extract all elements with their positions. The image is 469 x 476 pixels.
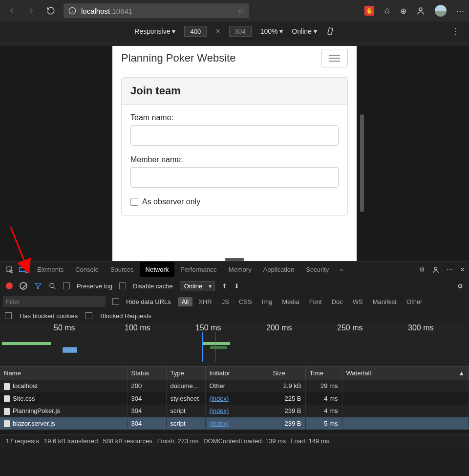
hamburger-button[interactable]	[321, 49, 348, 67]
rotate-icon[interactable]	[326, 27, 335, 36]
preserve-log-checkbox[interactable]	[63, 282, 70, 289]
table-row[interactable]: Site.css304stylesheet(index)225 B4 ms	[0, 392, 469, 405]
disable-cache-checkbox[interactable]	[119, 282, 126, 289]
status-dcl: DOMContentLoaded: 139 ms	[203, 437, 286, 445]
zoom-select[interactable]: 100% ▾	[260, 27, 283, 35]
table-row[interactable]: localhost200docume…Other2.9 kB29 ms	[0, 380, 469, 392]
browser-toolbar: localhost:10641 ☆ ✋ ✩ ⊕ ⋯	[0, 0, 469, 22]
svg-rect-4	[327, 28, 333, 35]
filter-media[interactable]: Media	[278, 297, 303, 306]
resize-handle[interactable]	[225, 258, 244, 261]
filter-ws[interactable]: WS	[349, 297, 367, 306]
more-tabs-icon[interactable]: »	[337, 266, 346, 273]
device-toolbar: Responsive ▾ × 100% ▾ Online ▾ ⋮	[0, 22, 469, 41]
filter-manifest[interactable]: Manifest	[369, 297, 401, 306]
col-type[interactable]: Type	[166, 367, 205, 380]
app-title: Planning Poker Website	[121, 52, 235, 65]
favorite-icon[interactable]: ☆	[237, 6, 244, 16]
tick-label: 50 ms	[54, 324, 75, 332]
devtools-tabs: ElementsConsoleSourcesNetworkPerformance…	[0, 261, 469, 278]
favorites-icon[interactable]: ✩	[384, 6, 390, 16]
filter-toggle-icon[interactable]	[34, 282, 42, 290]
hide-data-label: Hide data URLs	[126, 298, 171, 305]
team-name-input[interactable]	[130, 125, 339, 146]
close-devtools-icon[interactable]: ✕	[460, 266, 465, 273]
filter-img[interactable]: Img	[258, 297, 277, 306]
filter-bar: Hide data URLs AllXHRJSCSSImgMediaFontDo…	[0, 294, 469, 309]
refresh-button[interactable]	[44, 4, 58, 18]
tab-sources[interactable]: Sources	[105, 262, 140, 277]
device-mode-select[interactable]: Responsive ▾	[134, 27, 175, 35]
filter-font[interactable]: Font	[305, 297, 326, 306]
filter-doc[interactable]: Doc	[328, 297, 347, 306]
member-name-input[interactable]	[130, 167, 339, 188]
feedback-icon[interactable]	[432, 266, 440, 274]
collections-icon[interactable]: ⊕	[400, 6, 406, 16]
address-bar[interactable]: localhost:10641 ☆	[64, 3, 249, 18]
status-transferred: 19.6 kB transferred	[44, 437, 98, 445]
filter-xhr[interactable]: XHR	[194, 297, 215, 306]
tab-security[interactable]: Security	[300, 262, 335, 277]
viewport-width-input[interactable]	[184, 26, 207, 37]
observer-label: As observer only	[142, 197, 200, 206]
upload-icon[interactable]: ⬆	[222, 282, 227, 290]
adblock-icon[interactable]: ✋	[364, 6, 374, 16]
preserve-log-label: Preserve log	[77, 282, 112, 290]
col-name[interactable]: Name	[0, 367, 127, 380]
table-row[interactable]: blazor.server.js304script(index)239 B5 m…	[0, 417, 469, 430]
toolbar-actions: ✋ ✩ ⊕ ⋯	[364, 5, 464, 17]
status-finish: Finish: 273 ms	[157, 437, 199, 445]
forward-button[interactable]	[24, 4, 38, 18]
col-initiator[interactable]: Initiator	[205, 367, 269, 380]
more-icon[interactable]: ⋯	[456, 6, 464, 16]
filter-all[interactable]: All	[178, 297, 192, 306]
inspect-icon[interactable]	[4, 264, 16, 276]
viewport-height-input[interactable]	[229, 26, 252, 37]
tick-label: 300 ms	[408, 324, 433, 332]
tab-memory[interactable]: Memory	[223, 262, 257, 277]
filter-css[interactable]: CSS	[235, 297, 256, 306]
network-settings-icon[interactable]: ⚙	[457, 282, 463, 290]
tab-application[interactable]: Application	[257, 262, 300, 277]
timeline-overview[interactable]: 50 ms100 ms150 ms200 ms250 ms300 ms	[0, 323, 469, 367]
col-waterfall[interactable]: Waterfall▲	[342, 367, 469, 380]
avatar[interactable]	[435, 5, 447, 17]
col-time[interactable]: Time	[305, 367, 342, 380]
blocked-cookies-checkbox[interactable]	[5, 312, 12, 319]
hide-data-checkbox[interactable]	[112, 298, 119, 305]
col-size[interactable]: Size	[269, 367, 305, 380]
profile-icon[interactable]	[416, 6, 425, 15]
observer-checkbox[interactable]	[130, 198, 138, 206]
blocked-requests-label: Blocked Requests	[100, 312, 151, 320]
ruler	[0, 41, 469, 46]
clear-button[interactable]	[20, 282, 27, 290]
devtools-more-icon[interactable]: ⋯	[447, 266, 453, 273]
device-toggle-icon[interactable]	[18, 264, 29, 276]
throttle-select[interactable]: Online ▾	[292, 27, 317, 35]
search-icon[interactable]	[49, 282, 56, 290]
tab-elements[interactable]: Elements	[31, 262, 69, 277]
tick-label: 250 ms	[337, 324, 362, 332]
tab-performance[interactable]: Performance	[174, 262, 222, 277]
tab-console[interactable]: Console	[69, 262, 105, 277]
dimension-separator: ×	[215, 27, 220, 36]
table-row[interactable]: PlanningPoker.js304script(index)239 B4 m…	[0, 405, 469, 417]
settings-icon[interactable]: ⚙	[419, 266, 425, 273]
viewport-scrollbar[interactable]	[360, 114, 364, 212]
filter-other[interactable]: Other	[403, 297, 426, 306]
info-icon	[68, 7, 76, 15]
blocked-requests-checkbox[interactable]	[85, 312, 92, 319]
tab-network[interactable]: Network	[140, 262, 175, 277]
record-button[interactable]	[6, 282, 13, 289]
filter-js[interactable]: JS	[218, 297, 233, 306]
device-menu-icon[interactable]: ⋮	[451, 27, 459, 36]
download-icon[interactable]: ⬇	[234, 282, 239, 290]
col-status[interactable]: Status	[127, 367, 166, 380]
back-button[interactable]	[5, 4, 19, 18]
filter-input[interactable]	[3, 296, 106, 307]
network-status-bar: 17 requests 19.6 kB transferred 588 kB r…	[0, 434, 469, 447]
svg-point-12	[434, 267, 437, 269]
throttle-select-net[interactable]: Online	[180, 281, 215, 291]
url-port: :10641	[110, 7, 132, 15]
join-team-card: Join team Team name: Member name: As obs…	[121, 77, 348, 216]
